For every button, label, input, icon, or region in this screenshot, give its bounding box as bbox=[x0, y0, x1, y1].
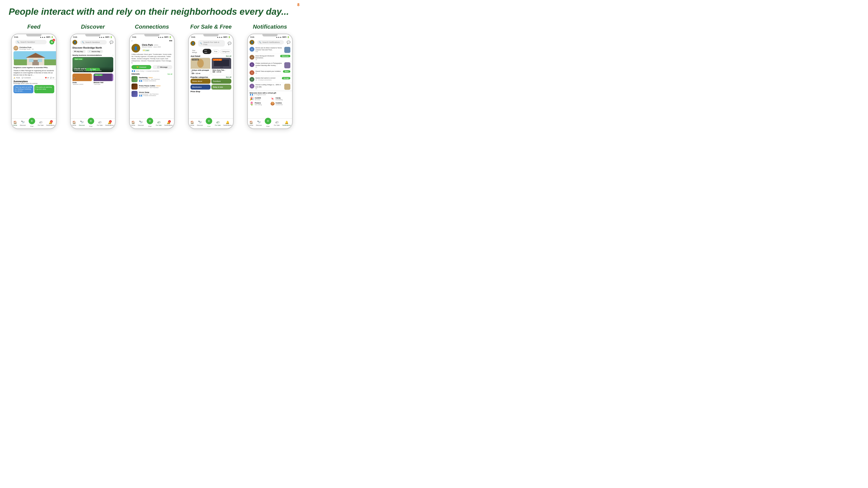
connect-button[interactable]: 🤝 Connect bbox=[131, 65, 151, 69]
notif-nav-discover[interactable]: 🔭Discover bbox=[256, 121, 262, 126]
primo-img bbox=[131, 84, 137, 90]
fire-badge: 🔥 5 min ago bbox=[213, 59, 222, 61]
conn-nav-notifications[interactable]: 🔔8Notifications bbox=[164, 121, 173, 126]
gift-flowers[interactable]: 🌷 Flowers Non-wilting bbox=[250, 101, 270, 106]
discover-avatar: 👤 bbox=[72, 40, 77, 45]
gardening-name: Gardening bbox=[139, 76, 148, 78]
feed-nav-forsale[interactable]: 🏷For Sale bbox=[38, 121, 43, 126]
forsale-nav-discover[interactable]: 🔭Discover bbox=[197, 121, 203, 126]
restaurant-websterhall[interactable]: Open now Webster Hall Food court bbox=[94, 73, 113, 85]
feed-nav-post[interactable]: +Post bbox=[29, 120, 35, 127]
summerplans-cards: I have my work cut out for me, thinking … bbox=[13, 85, 54, 93]
discover-nav-home[interactable]: 🏠Home bbox=[72, 121, 76, 126]
feed-search-header: 🔍 Search Nextdoor N 21 bbox=[12, 39, 56, 45]
discover-featured-restaurant[interactable]: Open now Claude and Marie Contemporary, … bbox=[72, 57, 113, 72]
feed-thank-btn[interactable]: 🙏 Thank bbox=[13, 77, 20, 79]
message-button[interactable]: 💬 Message bbox=[153, 65, 172, 69]
houseswap-name: House Swap bbox=[139, 91, 158, 93]
connections-back[interactable]: ‹ ••• bbox=[130, 39, 174, 43]
forsale-nav-notifications[interactable]: 🔔Notifications bbox=[223, 121, 231, 126]
feed-nav-home[interactable]: 🏠Home bbox=[13, 121, 17, 126]
see-all-cats[interactable]: See all bbox=[226, 76, 231, 78]
conn-nav-home[interactable]: 🏠Home bbox=[131, 121, 135, 126]
flowers-icon: 🌷 bbox=[250, 101, 254, 106]
notif-chat-icon[interactable]: 💬 bbox=[287, 40, 290, 44]
feed-user-location: Rockridge South · 1d bbox=[19, 48, 33, 50]
discover-nav-discover[interactable]: 🔭Discover bbox=[79, 121, 85, 126]
discover-top-bar: 👤 🔍 Search Nextdoor 💬 bbox=[71, 39, 115, 46]
notif5-accept-btn[interactable]: Accept bbox=[282, 77, 290, 79]
nearby-section: Nearby business recommendations › bbox=[71, 54, 115, 57]
visit-button[interactable]: 🏪 Visit bbox=[86, 68, 100, 71]
discover-nav-post[interactable]: +Post bbox=[88, 120, 94, 127]
cat-babykids[interactable]: Baby & kids bbox=[211, 85, 231, 90]
gift-cookies[interactable]: 🍪 Cookies Crumb-free bbox=[270, 101, 290, 106]
notifications-top-bar: 👤 🔍 Search Notifications 💬 bbox=[248, 39, 292, 46]
feed-search-bar[interactable]: 🔍 Search Nextdoor bbox=[15, 40, 46, 44]
gift-candy[interactable]: 🍬 Candy Everlasting bbox=[270, 97, 290, 101]
forsale-chat-icon[interactable]: 💬 bbox=[228, 42, 231, 45]
gardening-img bbox=[131, 76, 137, 82]
notif-item-1: D Dennis and 16 others reacted to Tennis… bbox=[248, 46, 292, 54]
forsale-nav-home[interactable]: 🏠Home bbox=[190, 121, 194, 126]
cat-electronics[interactable]: Electronics bbox=[190, 85, 211, 90]
listing-pineapple[interactable]: 2 min ago Antique white pineapple l... $… bbox=[190, 58, 211, 75]
notifications-bottom-nav: 🏠Home 🔭Discover +Post 🏷For Sale 🔔Notific… bbox=[248, 119, 292, 128]
cat-furniture[interactable]: Furniture bbox=[211, 79, 231, 84]
listing-tv[interactable]: 🔥 5 min ago Retro Sony Tele... $80 · 2.5… bbox=[212, 58, 231, 75]
conn-more-icon[interactable]: ••• bbox=[169, 39, 172, 42]
interests-see-all[interactable]: See all bbox=[167, 73, 172, 75]
notif-search[interactable]: 🔍 Search Notifications bbox=[257, 40, 284, 44]
notif-nav-forsale[interactable]: 🏷For Sale bbox=[274, 121, 279, 126]
feed-comment-btn[interactable]: 💬 Comment bbox=[22, 77, 31, 79]
conn-wifi: WiFi bbox=[164, 36, 168, 38]
message-icon: 💬 bbox=[157, 66, 159, 68]
conn-nav-forsale[interactable]: 🏷For Sale bbox=[156, 121, 161, 126]
notif-item-4: S Shamil Ylana accepted your invitation.… bbox=[248, 69, 292, 76]
notifications-list: D Dennis and 16 others reacted to Tennis… bbox=[248, 46, 292, 119]
discover-nav-forsale[interactable]: 🏷For Sale bbox=[97, 121, 102, 126]
category-grid: Home decor Furniture Electronics Baby & … bbox=[189, 79, 233, 90]
conn-nav-discover[interactable]: 🔭Discover bbox=[138, 121, 144, 126]
notif6-image bbox=[284, 84, 290, 90]
discover-signal: ▲▲▲ bbox=[99, 36, 104, 38]
small-restaurants: 🍱 Arata Japanese cuisine Open now Webste… bbox=[72, 73, 113, 85]
discover-chip-vaccine[interactable]: 💉 Vaccine Map › bbox=[87, 50, 103, 53]
cookies-icon: 🍪 bbox=[270, 101, 275, 106]
feed-nav-discover[interactable]: 🔭Discover bbox=[20, 121, 26, 126]
interest-primo[interactable]: Primo Passo Coffee Owner 96 connections … bbox=[130, 83, 174, 90]
discover-chat-icon[interactable]: 💬 bbox=[110, 40, 113, 44]
tab-yourlistings[interactable]: Your listings bbox=[190, 49, 202, 54]
gift-confetti[interactable]: 🎉 Confetti No mess bbox=[250, 97, 270, 101]
connections-label: Connections bbox=[135, 24, 169, 30]
discover-nav-notifications[interactable]: 🔔8Notifications bbox=[105, 121, 114, 126]
forsale-nav-post[interactable]: +Post bbox=[206, 120, 212, 127]
tab-forsale[interactable]: For sale bbox=[203, 49, 211, 54]
tab-categories[interactable]: Categories bbox=[220, 50, 231, 53]
flowers-name: Flowers bbox=[255, 102, 262, 104]
notif-item-3: C Chetan mentioned you in Photographer n… bbox=[248, 61, 292, 69]
notif4-wave-btn[interactable]: Wave bbox=[283, 70, 290, 73]
cat-homedecor[interactable]: Home decor bbox=[190, 79, 211, 84]
discover-search[interactable]: 🔍 Search Nextdoor bbox=[80, 40, 107, 44]
discover-chip-map[interactable]: 🗺 Help Map › bbox=[72, 50, 86, 53]
interest-houseswap[interactable]: House Swap 2k connections · San Francisc… bbox=[130, 90, 174, 98]
restaurant-arata[interactable]: 🍱 Arata Japanese cuisine bbox=[72, 73, 92, 85]
notif-nav-notifications[interactable]: 🔔Notifications bbox=[282, 121, 290, 126]
notif-nav-home[interactable]: 🏠Home bbox=[249, 121, 253, 126]
interest-gardening[interactable]: Gardening Admin 1.1K connections · San F… bbox=[130, 75, 174, 83]
feed-column: Feed 9:41 ▲▲▲ WiFi 🔋 🔍 Search N bbox=[8, 24, 60, 129]
tab-free[interactable]: Free bbox=[212, 50, 219, 53]
feed-house-image bbox=[13, 51, 56, 65]
notif-item-2: A Anne Strong just introduced themselves… bbox=[248, 54, 292, 61]
notif5-text: Sandra Hart wants to connect bbox=[255, 77, 281, 79]
notif2-welcome-btn[interactable]: Welcome bbox=[280, 55, 290, 57]
feed-post-title: Neighbors come together to assemble PPEs… bbox=[12, 66, 56, 69]
feed-nav-notifications[interactable]: 🔔21Notifications bbox=[46, 121, 55, 126]
forsale-search[interactable]: 🔍 Search For Sale & Free bbox=[198, 40, 225, 46]
conn-nav-post[interactable]: +Post bbox=[147, 120, 153, 127]
forsale-nav-forsale[interactable]: 🏷For Sale bbox=[215, 121, 220, 126]
notif-nav-post[interactable]: +Post bbox=[265, 120, 271, 127]
see-all-listings[interactable]: See all bbox=[226, 55, 231, 57]
forsale-avatar: 👤 bbox=[190, 41, 195, 46]
